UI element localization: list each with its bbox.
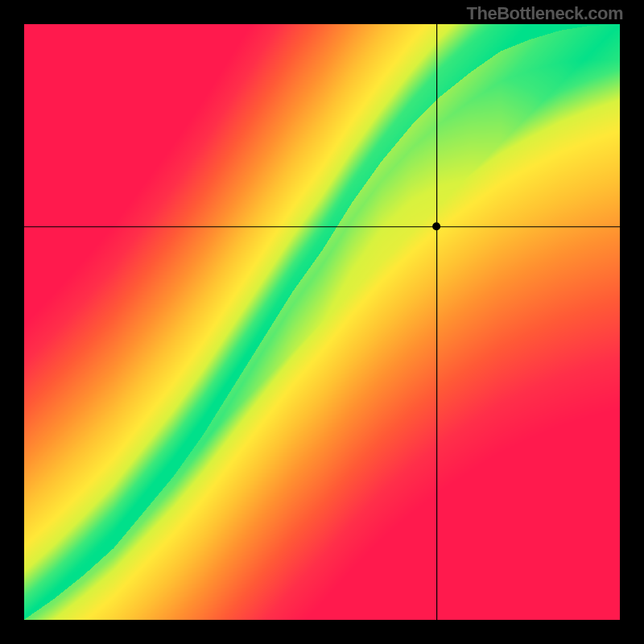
heatmap-canvas <box>24 24 620 620</box>
watermark-text: TheBottleneck.com <box>467 3 623 24</box>
plot-area <box>24 24 620 620</box>
chart-container: TheBottleneck.com <box>0 0 644 644</box>
